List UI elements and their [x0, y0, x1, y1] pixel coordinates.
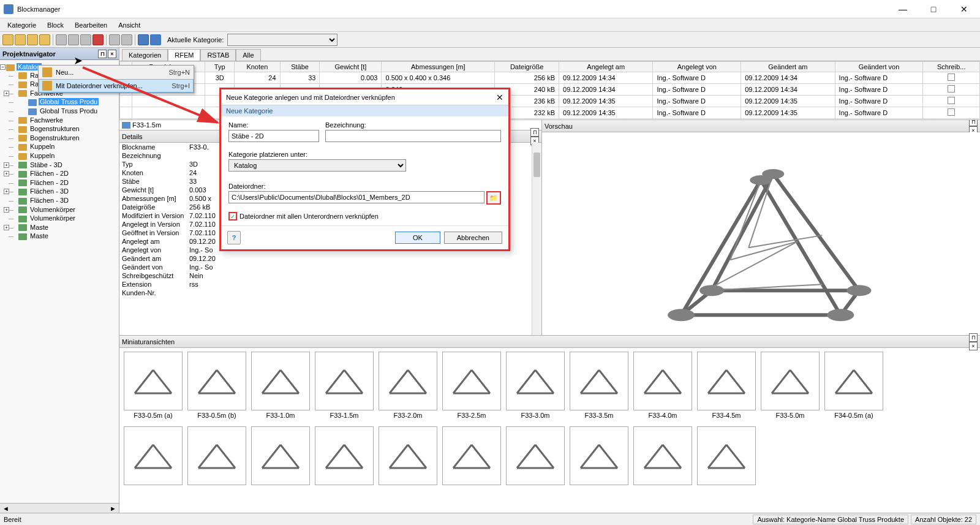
- place-select[interactable]: Katalog: [228, 159, 406, 172]
- menu-block[interactable]: Block: [42, 20, 69, 30]
- table-row[interactable]: 3D24330.0030.500 x 0.400 x 0.346256 kB09…: [120, 72, 980, 84]
- grid-header[interactable]: Schreib...: [923, 62, 980, 72]
- thumbnail[interactable]: [505, 426, 565, 485]
- tree-item[interactable]: Bogenstrukturen: [29, 134, 81, 142]
- toolbar-icon-9[interactable]: [121, 34, 132, 45]
- tree-item[interactable]: Global Truss Produ: [39, 98, 99, 105]
- cancel-button[interactable]: Abbrechen: [444, 232, 502, 244]
- thumbnail[interactable]: F33-1.5m: [314, 352, 374, 419]
- toolbar-icon-11[interactable]: [150, 34, 161, 45]
- name-input[interactable]: [228, 130, 319, 142]
- menu-kategorie[interactable]: Kategorie: [2, 20, 41, 30]
- navigator-tree[interactable]: −Katalog RahmenRahmen+FachwerkeGlobal Tr…: [0, 60, 119, 503]
- grid-header[interactable]: Abmessungen [m]: [382, 62, 495, 72]
- pin-icon[interactable]: ⊓: [98, 50, 107, 58]
- toolbar-icon-5[interactable]: [56, 34, 67, 45]
- dialog-close-icon[interactable]: ✕: [496, 93, 503, 102]
- thumbnail[interactable]: [633, 426, 693, 485]
- close-button[interactable]: ✕: [952, 2, 976, 17]
- tree-item[interactable]: Volumenkörper: [29, 214, 77, 222]
- svg-line-52: [772, 370, 790, 393]
- toolbar-icon-6[interactable]: [68, 34, 79, 45]
- toolbar-icon-7[interactable]: [80, 34, 91, 45]
- tree-item[interactable]: Global Truss Produ: [39, 107, 99, 115]
- tree-item[interactable]: Flächen - 3D: [29, 197, 70, 204]
- thumbnail[interactable]: F33-3.0m: [505, 352, 565, 419]
- thumbnail[interactable]: [314, 426, 374, 485]
- thumbnail[interactable]: [123, 426, 183, 485]
- tree-item[interactable]: Stäbe - 3D: [29, 161, 64, 168]
- minimize-button[interactable]: —: [891, 2, 915, 17]
- details-pin-icon[interactable]: ⊓: [530, 128, 539, 137]
- thumbs-pin-icon[interactable]: ⊓: [969, 333, 978, 342]
- grid-header[interactable]: Angelegt am: [559, 62, 653, 72]
- details-scrollbar[interactable]: [532, 143, 541, 335]
- grid-header[interactable]: Geändert von: [835, 62, 923, 72]
- help-button[interactable]: ?: [227, 231, 241, 244]
- menu-ansicht[interactable]: Ansicht: [113, 20, 145, 30]
- desc-input[interactable]: [325, 130, 501, 142]
- navigator-scrollbar[interactable]: ◄►: [0, 503, 119, 513]
- folder-input[interactable]: [228, 191, 484, 203]
- tree-item[interactable]: Flächen - 3D: [29, 187, 70, 195]
- thumbnail[interactable]: [569, 426, 629, 485]
- menu-bearbeiten[interactable]: Bearbeiten: [70, 20, 112, 30]
- grid-header[interactable]: Stäbe: [280, 62, 320, 72]
- svg-line-10: [730, 241, 797, 260]
- toolbar-icon-3[interactable]: [27, 34, 38, 45]
- tree-item[interactable]: Fachwerke: [29, 116, 64, 124]
- svg-line-9: [730, 180, 761, 260]
- details-list-item[interactable]: F33-1.5m: [132, 121, 161, 129]
- thumbnail[interactable]: F33-2.0m: [378, 352, 438, 419]
- maximize-button[interactable]: □: [921, 2, 946, 17]
- current-category-select[interactable]: [227, 34, 337, 46]
- toolbar-icon-2[interactable]: [15, 34, 26, 45]
- thumbnail[interactable]: [696, 426, 756, 485]
- tree-item[interactable]: Maste: [29, 232, 50, 240]
- tree-item[interactable]: Kuppeln: [29, 152, 56, 159]
- context-menu-new[interactable]: Neu... Strg+N: [39, 66, 194, 79]
- thumbnail[interactable]: F33-4.5m: [696, 352, 756, 419]
- grid-header[interactable]: Gewicht [t]: [320, 62, 382, 72]
- tab-rstab[interactable]: RSTAB: [200, 49, 236, 61]
- thumbnail[interactable]: [251, 426, 311, 485]
- tree-item[interactable]: Kuppeln: [29, 143, 56, 150]
- tree-item[interactable]: Flächen - 2D: [29, 170, 70, 177]
- thumbnail[interactable]: F33-4.0m: [633, 352, 693, 419]
- context-menu-link-folder[interactable]: Mit Dateiordner verknüpfen... Strg+I: [39, 79, 194, 93]
- svg-line-43: [581, 370, 599, 393]
- tab-kategorien[interactable]: Kategorien: [122, 49, 168, 61]
- thumbnail[interactable]: F33-5.0m: [760, 352, 820, 419]
- grid-header[interactable]: Dateigröße: [495, 62, 559, 72]
- thumbnail[interactable]: [187, 426, 247, 485]
- thumbnail[interactable]: F33-1.0m: [251, 352, 311, 419]
- grid-header[interactable]: Knoten: [235, 62, 280, 72]
- tree-item[interactable]: Flächen - 2D: [29, 179, 70, 186]
- thumbnail[interactable]: F33-0.5m (a): [123, 352, 183, 419]
- toolbar-icon-8[interactable]: [109, 34, 120, 45]
- subfolder-checkbox[interactable]: ✓: [228, 212, 237, 221]
- thumbnail[interactable]: [442, 426, 502, 485]
- thumbnail[interactable]: F33-0.5m (b): [187, 352, 247, 419]
- browse-button[interactable]: 📁: [486, 191, 501, 205]
- tree-item[interactable]: Bogenstrukturen: [29, 125, 81, 132]
- grid-header[interactable]: Geändert am: [741, 62, 835, 72]
- thumbnail[interactable]: [378, 426, 438, 485]
- preview-pin-icon[interactable]: ⊓: [969, 120, 978, 126]
- toolbar-icon-1[interactable]: [2, 34, 13, 45]
- thumbnail[interactable]: F34-0.5m (a): [824, 352, 884, 419]
- tree-item[interactable]: Volumenkörper: [29, 206, 77, 213]
- toolbar-icon-4[interactable]: [39, 34, 50, 45]
- thumbnail[interactable]: F33-3.5m: [569, 352, 629, 419]
- delete-icon[interactable]: [92, 34, 104, 45]
- tab-rfem[interactable]: RFEM: [168, 49, 200, 61]
- toolbar-icon-10[interactable]: [138, 34, 149, 45]
- ok-button[interactable]: OK: [395, 232, 440, 244]
- grid-header[interactable]: Typ: [205, 62, 235, 72]
- tree-item[interactable]: Maste: [29, 224, 50, 231]
- thumbnail[interactable]: F33-2.5m: [442, 352, 502, 419]
- grid-header[interactable]: Angelegt von: [653, 62, 741, 72]
- tab-alle[interactable]: Alle: [236, 49, 260, 61]
- preview-canvas[interactable]: [542, 132, 980, 335]
- close-panel-icon[interactable]: ×: [108, 50, 116, 58]
